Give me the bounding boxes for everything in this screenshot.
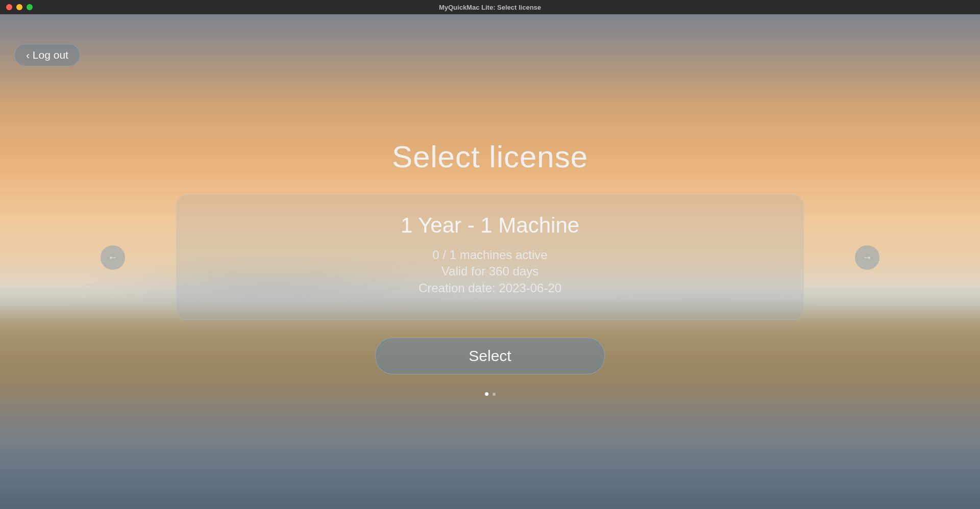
select-button[interactable]: Select <box>375 338 605 374</box>
prev-license-button[interactable]: ← <box>101 245 125 270</box>
overlay: ‹ Log out Select license ← 1 Year - 1 Ma… <box>0 14 980 509</box>
minimize-window-button[interactable] <box>16 4 22 10</box>
pagination-dot-active[interactable] <box>485 392 488 396</box>
arrow-left-icon: ← <box>108 251 118 263</box>
title-bar: MyQuickMac Lite: Select license <box>0 0 980 14</box>
content-area: ‹ Log out Select license ← 1 Year - 1 Ma… <box>0 14 980 509</box>
maximize-window-button[interactable] <box>27 4 33 10</box>
next-license-button[interactable]: → <box>855 245 879 270</box>
license-valid-for: Valid for 360 days <box>197 263 783 279</box>
arrow-right-icon: → <box>862 251 872 263</box>
license-creation-date: Creation date: 2023-06-20 <box>197 280 783 296</box>
license-name: 1 Year - 1 Machine <box>197 213 783 238</box>
license-carousel: ← 1 Year - 1 Machine 0 / 1 machines acti… <box>0 195 980 320</box>
close-window-button[interactable] <box>6 4 12 10</box>
window-title: MyQuickMac Lite: Select license <box>439 4 541 11</box>
pagination-dot[interactable] <box>493 393 496 396</box>
select-label: Select <box>469 347 511 364</box>
pagination-dots <box>485 392 496 396</box>
license-machines-active: 0 / 1 machines active <box>197 247 783 263</box>
logout-label: ‹ Log out <box>26 49 68 61</box>
page-title: Select license <box>392 139 588 174</box>
logout-button[interactable]: ‹ Log out <box>14 44 80 66</box>
window-controls <box>0 4 33 10</box>
license-card: 1 Year - 1 Machine 0 / 1 machines active… <box>176 195 804 320</box>
